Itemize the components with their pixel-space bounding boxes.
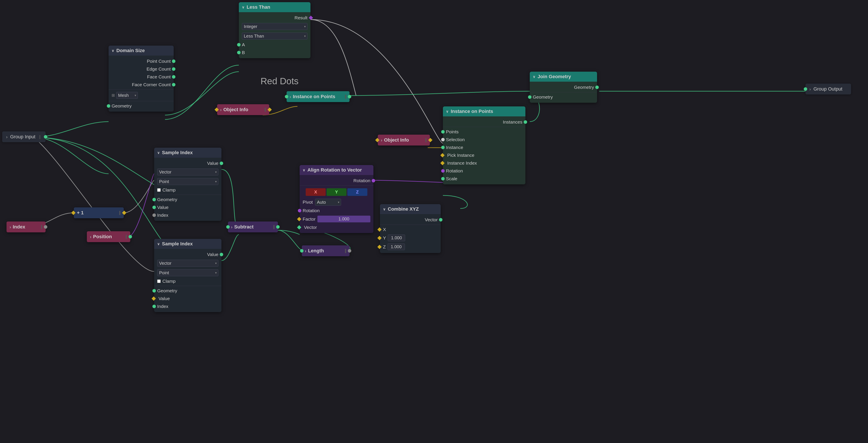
integer-select[interactable]: Integer Float (242, 23, 307, 30)
mesh-row[interactable]: ⊞ Mesh Curve Point Cloud (108, 91, 174, 100)
z-value-input[interactable] (388, 243, 405, 250)
obj-info-top-left-socket (215, 108, 219, 112)
si-top-geom-label: Geometry (157, 197, 177, 202)
si-top-clamp-checkbox[interactable] (157, 188, 161, 192)
mesh-select[interactable]: Mesh Curve Point Cloud (116, 92, 138, 99)
z-in-socket (377, 245, 382, 249)
less-than-op-wrapper[interactable]: Less Than Greater Than Equal (242, 33, 307, 39)
y-value-input[interactable] (388, 235, 405, 241)
handle: ‖ (125, 234, 127, 239)
join-geometry-in-row: Geometry (530, 93, 597, 101)
integer-select-wrapper[interactable]: Integer Float (242, 23, 307, 30)
x-button[interactable]: X (306, 188, 326, 196)
combine-xyz-node: ∨ Combine XYZ Vector X Y Z (380, 204, 441, 253)
instance-index-label: Instance Index (447, 160, 477, 166)
xyz-buttons-row[interactable]: X Y Z (300, 186, 373, 198)
si-bot-point-wrapper[interactable]: Point Edge Face (157, 269, 218, 276)
z-button[interactable]: Z (347, 188, 367, 196)
domain-size-body: Point Count Edge Count Face Count Face C… (108, 56, 174, 112)
y-button[interactable]: Y (327, 188, 346, 196)
pivot-row[interactable]: Pivot Auto X Axis Y Axis (300, 198, 373, 207)
geometry-socket-left (107, 104, 110, 108)
si-bot-point-row[interactable]: Point Edge Face (154, 268, 221, 277)
expand-icon: › (6, 135, 8, 140)
si-bot-index-label: Index (157, 304, 168, 309)
length-header: › Length ‖ (302, 245, 349, 256)
factor-row[interactable]: Factor (300, 214, 373, 224)
si-top-vector-wrapper[interactable]: Vector Float Integer (157, 169, 218, 175)
vector-socket (297, 225, 301, 230)
vector-row: Vector (300, 224, 373, 231)
sample-index-top-node: ∨ Sample Index Value Vector Float Intege… (154, 148, 221, 221)
si-top-point-select[interactable]: Point Edge Face (157, 178, 218, 185)
face-corner-count-row: Face Corner Count (108, 81, 174, 89)
edge-count-socket (172, 67, 176, 71)
chevron-icon: ∨ (157, 242, 160, 246)
point-count-row: Point Count (108, 57, 174, 65)
handle: ‖ (119, 210, 121, 215)
result-row: Result (239, 14, 310, 22)
obj-info-right-socket (428, 138, 432, 142)
expand-icon: › (381, 138, 382, 143)
y-in-label: Y (383, 235, 386, 241)
mesh-select-wrapper[interactable]: Mesh Curve Point Cloud (116, 92, 138, 99)
factor-input[interactable] (317, 216, 370, 223)
domain-size-title: Domain Size (116, 48, 145, 53)
chevron-icon: ∨ (112, 49, 114, 53)
index-title: Index (13, 224, 25, 230)
x-in-socket (377, 227, 382, 232)
face-corner-socket (172, 83, 176, 86)
si-bot-point-select[interactable]: Point Edge Face (157, 269, 218, 276)
si-bot-value-socket (220, 253, 223, 256)
object-info-top-node: › Object Info ‖ (217, 104, 269, 115)
si-top-value-in-socket (152, 206, 156, 209)
rotation-in-socket (298, 209, 301, 212)
si-top-index-socket (152, 213, 156, 217)
si-bot-clamp-checkbox[interactable] (157, 279, 161, 283)
less-than-op-select[interactable]: Less Than Greater Than Equal (242, 33, 307, 39)
combine-xyz-body: Vector X Y Z (380, 214, 441, 253)
b-label: B (242, 50, 245, 55)
less-than-op-row[interactable]: Less Than Greater Than Equal (239, 31, 310, 41)
instance-on-points-right-node: ∨ Instance on Points Instances Points Se… (443, 107, 525, 184)
align-rotation-title: Align Rotation to Vector (307, 167, 362, 173)
rotation-in-label: Rotation (303, 208, 319, 213)
handle: ‖ (264, 107, 266, 112)
si-bot-vector-select[interactable]: Vector Float Integer (157, 260, 218, 267)
si-bot-index-row: Index (154, 302, 221, 310)
domain-size-node: ∨ Domain Size Point Count Edge Count Fac… (108, 46, 174, 112)
si-bot-clamp-row[interactable]: Clamp (154, 277, 221, 285)
si-top-index-label: Index (157, 213, 168, 218)
less-than-title: Less Than (247, 4, 270, 10)
position-header: › Position ‖ (87, 231, 130, 242)
si-top-clamp-row[interactable]: Clamp (154, 186, 221, 194)
point-count-socket (172, 59, 176, 63)
si-top-vector-row[interactable]: Vector Float Integer (154, 167, 221, 177)
si-top-geom-socket (152, 198, 156, 201)
subtract-right-socket (276, 225, 280, 229)
pick-instance-row: Pick Instance (443, 151, 525, 159)
position-node: › Position ‖ (87, 231, 130, 242)
si-bot-vector-wrapper[interactable]: Vector Float Integer (157, 260, 218, 267)
a-socket (237, 43, 241, 47)
pivot-select[interactable]: Auto X Axis Y Axis (315, 199, 341, 206)
align-rotation-body: Rotation X Y Z Pivot Auto X Axis Y Axis (300, 175, 373, 233)
si-bot-geom-label: Geometry (157, 288, 177, 293)
group-output-socket (804, 87, 807, 91)
z-row[interactable]: Z (380, 242, 441, 251)
iop-right-header: ∨ Instance on Points (443, 107, 525, 116)
sample-index-top-body: Value Vector Float Integer Point Edge (154, 158, 221, 221)
si-top-vector-select[interactable]: Vector Float Integer (157, 169, 218, 175)
si-bot-vector-row[interactable]: Vector Float Integer (154, 258, 221, 268)
plus1-header: + 1 ‖ (74, 207, 124, 218)
y-row[interactable]: Y (380, 233, 441, 242)
si-top-point-row[interactable]: Point Edge Face (154, 177, 221, 186)
si-top-point-wrapper[interactable]: Point Edge Face (157, 178, 218, 185)
subtract-header: › Subtract ‖ (228, 222, 278, 232)
combine-xyz-title: Combine XYZ (388, 206, 419, 212)
integer-row[interactable]: Integer Float (239, 22, 310, 31)
b-socket (237, 51, 241, 54)
pivot-select-wrapper[interactable]: Auto X Axis Y Axis (315, 199, 341, 206)
handle: ‖ (345, 248, 346, 253)
rotation-label: Rotation (446, 168, 463, 174)
